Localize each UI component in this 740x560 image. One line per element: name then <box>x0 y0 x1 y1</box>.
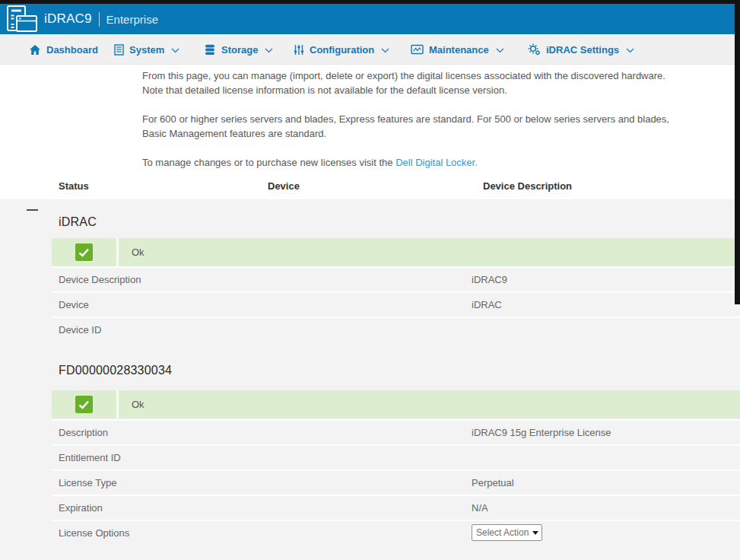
license-detail-rows: Description iDRAC9 15g Enterprise Licens… <box>52 419 740 545</box>
nav-label: Storage <box>221 44 258 56</box>
status-row: Ok <box>52 238 740 266</box>
license-options-select-wrap: Select Action <box>472 524 542 541</box>
table-row: Device iDRAC <box>52 291 740 317</box>
idrac-window: iDRAC9 Enterprise Dashboard System <box>0 0 740 560</box>
table-row: Expiration N/A <box>52 495 740 520</box>
chevron-down-icon <box>626 48 634 53</box>
idrac-logo-icon <box>6 5 38 33</box>
edition-label: Enterprise <box>106 13 158 26</box>
table-row: Device Description iDRAC9 <box>52 266 740 291</box>
table-row: License Options Select Action <box>52 520 740 545</box>
row-value: iDRAC9 <box>472 268 507 291</box>
intro-paragraph-3: To manage changes or to purchase new lic… <box>142 155 711 170</box>
row-label: Device Description <box>59 268 141 291</box>
row-value: iDRAC9 15g Enterprise License <box>472 421 611 444</box>
nav-item-maintenance[interactable]: Maintenance <box>411 34 504 65</box>
collapse-minus-icon[interactable] <box>27 209 38 211</box>
nav-label: Configuration <box>310 44 374 56</box>
intro-paragraph-2: For 600 or higher series servers and bla… <box>142 112 711 141</box>
idrac-detail-rows: Device Description iDRAC9 Device iDRAC D… <box>52 266 740 342</box>
dell-digital-locker-link[interactable]: Dell Digital Locker. <box>395 157 478 168</box>
intro-paragraph-1: From this page, you can manage (import, … <box>142 68 711 97</box>
nav-label: System <box>129 44 164 56</box>
brand-divider <box>99 12 100 27</box>
chevron-down-icon <box>381 48 389 53</box>
status-text: Ok <box>119 238 145 266</box>
masthead: iDRAC9 Enterprise <box>0 4 740 34</box>
status-cell <box>52 390 119 418</box>
column-header-device: Device <box>268 180 300 192</box>
row-label: Device <box>59 293 89 317</box>
nav-item-system[interactable]: System <box>114 34 179 65</box>
section-title-license-id: FD00000028330034 <box>59 364 172 377</box>
table-row: Entitlement ID <box>52 444 740 469</box>
row-value: N/A <box>472 496 488 520</box>
row-label: Expiration <box>59 496 103 520</box>
right-border <box>735 0 740 304</box>
row-label: Device ID <box>59 318 101 342</box>
sliders-icon <box>294 44 304 56</box>
intro-line: From this page, you can manage (import, … <box>142 68 711 83</box>
license-actions-select[interactable]: Select Action <box>472 524 542 541</box>
row-label: Entitlement ID <box>59 446 121 469</box>
gear-icon <box>528 43 541 56</box>
nav-item-idrac-settings[interactable]: iDRAC Settings <box>528 34 634 65</box>
status-cell <box>52 238 119 266</box>
brand: iDRAC9 Enterprise <box>44 11 158 27</box>
section-title-idrac: iDRAC <box>59 215 97 229</box>
intro-line: To manage changes or to purchase new lic… <box>142 157 395 168</box>
license-group: iDRAC Ok Device Description iDRAC9 Devic… <box>0 199 740 560</box>
row-value: iDRAC <box>472 293 502 317</box>
license-page-intro: From this page, you can manage (import, … <box>142 68 711 170</box>
table-row: Device ID <box>52 317 740 342</box>
monitor-chart-icon <box>411 44 424 55</box>
chevron-down-icon <box>265 48 273 53</box>
row-value: Perpetual <box>472 471 514 495</box>
nav-item-dashboard[interactable]: Dashboard <box>29 34 98 65</box>
nav-label: iDRAC Settings <box>546 44 619 56</box>
intro-line: Basic Management features are standard. <box>142 126 711 141</box>
system-icon <box>114 44 124 56</box>
status-row: Ok <box>52 390 740 418</box>
status-ok-checkbox-icon <box>75 396 93 413</box>
table-row: License Type Perpetual <box>52 469 740 495</box>
nav-item-storage[interactable]: Storage <box>204 34 273 65</box>
row-label: License Options <box>59 521 129 545</box>
home-icon <box>29 44 41 56</box>
top-border <box>0 0 740 4</box>
table-row: Description iDRAC9 15g Enterprise Licens… <box>52 419 740 444</box>
main-nav: Dashboard System Storage Configura <box>0 34 740 65</box>
nav-label: Maintenance <box>429 44 489 56</box>
column-header-status: Status <box>59 180 89 192</box>
chevron-down-icon <box>171 48 179 53</box>
row-label: Description <box>59 421 108 444</box>
row-label: License Type <box>59 471 116 495</box>
column-header-device-description: Device Description <box>483 180 572 192</box>
chevron-down-icon <box>496 48 504 53</box>
intro-line: Note that detailed license information i… <box>142 83 711 97</box>
intro-line: For 600 or higher series servers and bla… <box>142 112 711 126</box>
status-text: Ok <box>119 390 145 418</box>
nav-item-configuration[interactable]: Configuration <box>294 34 389 65</box>
status-ok-checkbox-icon <box>75 243 93 261</box>
storage-icon <box>204 44 216 56</box>
nav-label: Dashboard <box>46 44 98 56</box>
product-name: iDRAC9 <box>44 11 92 27</box>
